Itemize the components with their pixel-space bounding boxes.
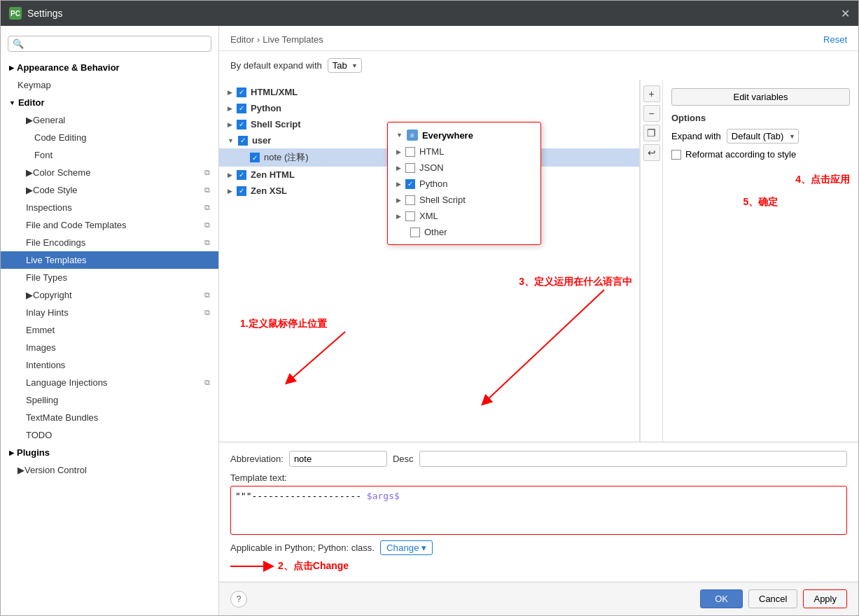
sidebar-item-spelling[interactable]: Spelling <box>1 391 218 409</box>
sidebar-item-code-editing[interactable]: Code Editing <box>1 129 218 146</box>
tree-item-python[interactable]: ▶ ✓ Python <box>219 100 639 116</box>
sidebar-item-emmet[interactable]: Emmet <box>1 321 218 339</box>
abbreviation-input[interactable] <box>289 451 387 467</box>
expand-select-wrapper[interactable]: Tab <box>328 58 362 73</box>
sidebar-item-inspections[interactable]: Inspections ⧉ <box>1 199 218 216</box>
reformat-checkbox[interactable] <box>671 150 681 160</box>
main-header: Editor › Live Templates Reset <box>219 26 858 51</box>
sidebar-item-label: Appearance & Behavior <box>17 62 120 73</box>
tree-item-html-xml[interactable]: ▶ ✓ HTML/XML <box>219 84 639 100</box>
sidebar-item-general[interactable]: ▶ General <box>1 111 218 129</box>
sidebar-item-code-style[interactable]: ▶ Code Style ⧉ <box>1 181 218 199</box>
expand-with-select-wrapper[interactable]: Default (Tab) <box>727 129 799 144</box>
help-button[interactable]: ? <box>230 591 247 608</box>
sidebar-item-keymap[interactable]: Keymap <box>1 76 218 94</box>
template-text-content: """-------------------- $args$ <box>235 491 400 501</box>
dd-checkbox-xml[interactable] <box>405 211 415 221</box>
tree-checkbox-python[interactable]: ✓ <box>237 104 246 113</box>
expand-with-select[interactable]: Default (Tab) <box>727 129 799 144</box>
collapse-icon: ▶ <box>9 64 14 71</box>
search-input[interactable] <box>24 38 207 49</box>
sidebar-item-plugins[interactable]: ▶ Plugins <box>1 444 218 461</box>
sidebar-item-file-encodings[interactable]: File Encodings ⧉ <box>1 234 218 251</box>
search-box[interactable]: 🔍 <box>8 36 211 52</box>
dd-checkbox-json[interactable] <box>405 163 415 173</box>
close-button[interactable]: ✕ <box>841 7 850 20</box>
sidebar-item-inlay-hints[interactable]: Inlay Hints ⧉ <box>1 304 218 321</box>
sidebar-item-live-templates[interactable]: Live Templates <box>1 251 218 269</box>
tree-label: user <box>252 135 271 146</box>
sidebar-item-appearance[interactable]: ▶ Appearance & Behavior <box>1 59 218 76</box>
collapse-icon: ▶ <box>9 449 14 456</box>
bottom-panel: Abbreviation: Desc Template text: """---… <box>219 442 858 582</box>
dropdown-item-other[interactable]: Other <box>388 224 540 240</box>
dd-label: XML <box>419 211 438 221</box>
collapse-icon: ▼ <box>9 99 15 106</box>
dd-checkbox-html[interactable] <box>405 147 415 157</box>
description-placeholder: Desc <box>393 454 414 464</box>
sidebar-item-file-types[interactable]: File Types <box>1 269 218 286</box>
sidebar-item-copyright[interactable]: ▶ Copyright ⧉ <box>1 286 218 304</box>
options-section: Options Expand with Default (Tab) Re <box>671 113 850 160</box>
dropdown-item-html[interactable]: ▶ HTML <box>388 144 540 160</box>
sidebar-item-file-code-templates[interactable]: File and Code Templates ⧉ <box>1 216 218 234</box>
reset-button[interactable]: Reset <box>823 34 847 45</box>
dd-checkbox-shell[interactable] <box>405 195 415 205</box>
tree-triangle: ▶ <box>228 172 232 178</box>
sidebar-item-images[interactable]: Images <box>1 339 218 356</box>
tree-checkbox-user[interactable]: ✓ <box>238 136 248 146</box>
tree-panel: ▶ ✓ HTML/XML ▶ ✓ Python ▶ ✓ Shell Sc <box>219 80 640 442</box>
template-text-section: Template text: """-------------------- $… <box>230 472 847 535</box>
reformat-label: Reformat according to style <box>685 149 796 160</box>
copy-icon: ⧉ <box>204 186 210 195</box>
reformat-row[interactable]: Reformat according to style <box>671 149 850 160</box>
annotation-4-area: 4、点击应用 <box>671 174 850 186</box>
annotation-3: 3、定义运用在什么语言中 <box>519 276 632 288</box>
dd-label: Other <box>424 227 447 237</box>
tree-checkbox-shell[interactable]: ✓ <box>237 120 246 130</box>
dropdown-item-xml[interactable]: ▶ XML <box>388 208 540 224</box>
sidebar-item-intentions[interactable]: Intentions <box>1 356 218 374</box>
dropdown-item-json[interactable]: ▶ JSON <box>388 160 540 176</box>
revert-template-button[interactable]: ↩ <box>643 144 660 161</box>
search-icon: 🔍 <box>13 38 24 49</box>
expand-select[interactable]: Tab <box>328 58 362 73</box>
template-text-area[interactable]: """-------------------- $args$ <box>230 486 847 535</box>
tree-label: Zen XSL <box>251 186 287 196</box>
dropdown-item-python[interactable]: ▶ ✓ Python <box>388 176 540 192</box>
sidebar-item-version-control[interactable]: ▶ Version Control <box>1 461 218 479</box>
copy-icon: ⧉ <box>204 378 210 387</box>
expand-with-row: Expand with Default (Tab) <box>671 129 850 144</box>
tree-checkbox-note[interactable]: ✓ <box>250 153 260 162</box>
add-template-button[interactable]: + <box>643 85 660 102</box>
dd-label: JSON <box>419 162 444 173</box>
dropdown-item-shell[interactable]: ▶ Shell Script <box>388 192 540 208</box>
tree-checkbox-zen-xsl[interactable]: ✓ <box>237 186 246 196</box>
ok-button[interactable]: OK <box>700 589 743 608</box>
sidebar-item-font[interactable]: Font <box>1 146 218 164</box>
sidebar-item-color-scheme[interactable]: ▶ Color Scheme ⧉ <box>1 164 218 181</box>
edit-variables-button[interactable]: Edit variables <box>671 88 850 106</box>
description-input[interactable] <box>419 451 847 467</box>
sidebar-item-textmate[interactable]: TextMate Bundles <box>1 409 218 426</box>
breadcrumb-parent: Editor <box>230 34 254 45</box>
applicable-label: Applicable in Python; Python: class. <box>230 542 375 553</box>
tree-checkbox-zen-html[interactable]: ✓ <box>237 170 246 180</box>
sidebar-item-language-injections[interactable]: Language Injections ⧉ <box>1 374 218 391</box>
change-button[interactable]: Change ▾ <box>380 540 433 555</box>
dd-label: Shell Script <box>419 195 466 205</box>
body-area: ▶ ✓ HTML/XML ▶ ✓ Python ▶ ✓ Shell Sc <box>219 80 858 442</box>
sidebar-item-todo[interactable]: TODO <box>1 426 218 444</box>
dropdown-everywhere[interactable]: ▼ ≡ Everywhere <box>388 127 540 144</box>
cancel-button[interactable]: Cancel <box>748 589 797 608</box>
dd-checkbox-other[interactable] <box>410 227 420 237</box>
dd-checkbox-python[interactable]: ✓ <box>405 179 415 189</box>
tree-checkbox-html-xml[interactable]: ✓ <box>237 88 246 97</box>
remove-template-button[interactable]: − <box>643 105 660 122</box>
dd-triangle: ▶ <box>396 181 401 188</box>
footer-buttons: OK Cancel Apply <box>700 589 847 608</box>
sidebar-item-editor[interactable]: ▼ Editor <box>1 94 218 111</box>
apply-button[interactable]: Apply <box>803 589 847 608</box>
right-panel: Edit variables Options Expand with Defau… <box>662 80 858 442</box>
copy-template-button[interactable]: ❐ <box>643 125 660 141</box>
